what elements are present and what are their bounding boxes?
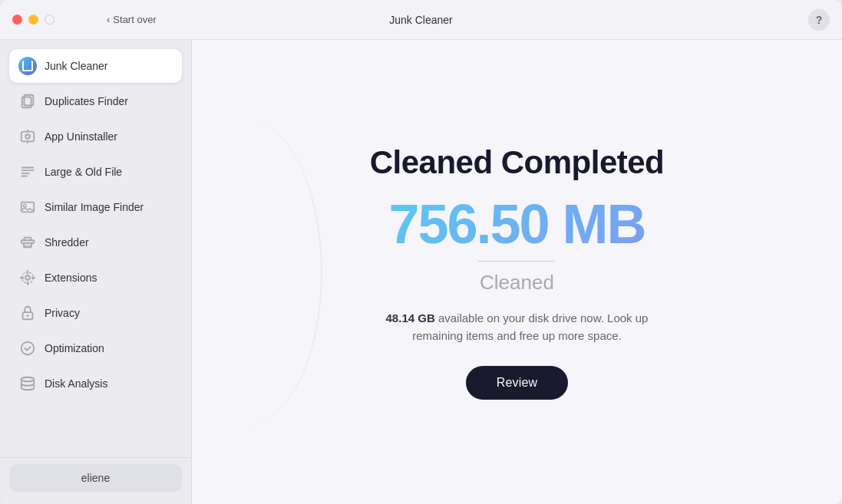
duplicates-icon [18,92,37,110]
sidebar-item-label: Optimization [45,342,104,354]
sidebar-item-label: Extensions [45,272,97,284]
start-over-label: Start over [113,14,156,25]
start-over-button[interactable]: ‹ Start over [101,11,163,28]
sidebar-footer: eliene [0,457,191,498]
completed-title: Cleaned Completed [370,144,665,181]
svg-point-10 [27,315,29,317]
sidebar-item-label: Shredder [45,236,89,249]
user-profile[interactable]: eliene [9,464,182,492]
background-curve [192,119,322,426]
shredder-icon [18,233,37,252]
sidebar-item-shredder[interactable]: Shredder [9,226,182,259]
sidebar-item-label: Similar Image Finder [45,201,144,213]
extensions-icon [18,268,37,287]
sidebar-item-optimization[interactable]: Optimization [9,331,182,365]
question-mark-icon: ? [816,14,823,26]
sidebar-item-privacy[interactable]: Privacy [9,296,182,330]
cleaned-label: Cleaned [480,271,554,295]
sidebar-item-label: Large & Old File [45,166,122,178]
traffic-lights [12,15,54,25]
sidebar-item-label: Privacy [45,307,80,319]
large-old-file-icon [18,163,37,181]
app-uninstaller-icon [18,127,37,146]
sidebar-item-label: Duplicates Finder [45,95,128,107]
sidebar: Junk Cleaner Duplicates Finder [0,40,192,504]
sidebar-items: Junk Cleaner Duplicates Finder [0,46,191,457]
sidebar-item-duplicates-finder[interactable]: Duplicates Finder [9,84,182,118]
svg-point-5 [24,204,27,207]
divider [478,261,555,262]
sidebar-item-junk-cleaner[interactable]: Junk Cleaner [9,49,182,83]
main-layout: Junk Cleaner Duplicates Finder [0,40,842,504]
sidebar-item-large-old-file[interactable]: Large & Old File [9,155,182,189]
disk-analysis-icon [18,374,37,393]
titlebar: ‹ Start over Junk Cleaner ? [0,0,842,40]
review-button[interactable]: Review [466,366,569,400]
sidebar-item-extensions[interactable]: Extensions [9,261,182,295]
sidebar-item-disk-analysis[interactable]: Disk Analysis [9,367,182,400]
maximize-button[interactable] [45,15,54,25]
svg-point-7 [25,275,30,280]
optimization-icon [18,339,37,357]
sidebar-item-label: Junk Cleaner [45,60,108,72]
close-button[interactable] [12,15,22,25]
main-content: Cleaned Completed 756.50 MB Cleaned 48.1… [192,40,842,504]
sidebar-item-label: Disk Analysis [45,377,107,390]
sidebar-item-similar-image-finder[interactable]: Similar Image Finder [9,190,182,224]
cleaned-amount: 756.50 MB [388,196,645,252]
window-title: Junk Cleaner [389,14,453,26]
app-window: ‹ Start over Junk Cleaner ? Junk Cleaner [0,0,842,504]
disk-info-text: available on your disk drive now. Look u… [412,311,648,342]
svg-point-11 [21,342,35,355]
privacy-icon [18,304,37,322]
disk-space-bold: 48.14 GB [386,311,435,324]
chevron-left-icon: ‹ [107,14,110,25]
svg-point-12 [21,377,35,382]
junk-cleaner-icon [18,57,37,75]
sidebar-item-app-uninstaller[interactable]: App Uninstaller [9,120,182,153]
similar-image-finder-icon [18,198,37,216]
content-inner: Cleaned Completed 756.50 MB Cleaned 48.1… [370,144,665,400]
disk-info: 48.14 GB available on your disk drive no… [378,310,655,344]
sidebar-item-label: App Uninstaller [45,130,117,143]
help-button[interactable]: ? [808,9,830,31]
svg-rect-6 [21,240,35,243]
minimize-button[interactable] [28,15,38,25]
svg-rect-2 [21,132,35,142]
username: eliene [81,472,110,484]
svg-point-3 [25,134,30,139]
